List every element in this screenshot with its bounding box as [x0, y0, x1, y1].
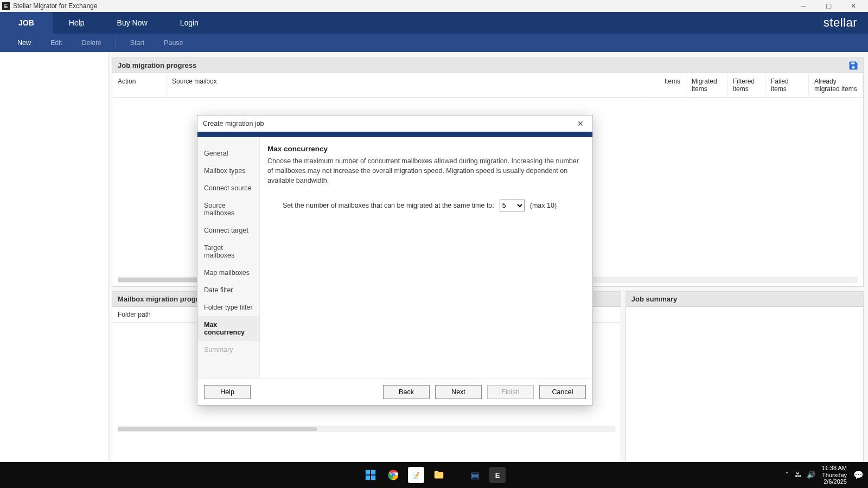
ribbon-delete: Delete	[72, 34, 111, 52]
modal-overlay: Create migration job ✕ General Mailbox t…	[0, 52, 868, 473]
nav-mailbox-types[interactable]: Mailbox types	[197, 162, 259, 179]
cancel-button[interactable]: Cancel	[539, 385, 586, 399]
ribbon-toolbar: New Edit Delete Start Pause	[0, 34, 868, 52]
nav-map-mailboxes[interactable]: Map mailboxes	[197, 264, 259, 281]
concurrency-label: Set the number of mailboxes that can be …	[283, 202, 494, 209]
dialog-footer: Help Back Next Finish Cancel	[197, 378, 592, 405]
maximize-button[interactable]: ▢	[816, 0, 841, 12]
app-icon: E	[2, 2, 10, 10]
dialog-titlebar: Create migration job ✕	[197, 115, 592, 132]
clock-day: Thursday	[822, 472, 847, 479]
svg-rect-0	[366, 470, 370, 474]
svg-rect-2	[366, 476, 370, 480]
chrome-icon[interactable]	[385, 467, 401, 483]
nav-connect-target[interactable]: Connect target	[197, 222, 259, 239]
clock-date: 2/6/2025	[822, 478, 847, 485]
concurrency-max-note: (max 10)	[530, 202, 557, 209]
nav-target-mailboxes[interactable]: Target mailboxes	[197, 239, 259, 264]
back-button[interactable]: Back	[383, 385, 430, 399]
taskbar: 📝 ▤ E ˄ 🖧 🔊 11:38 AM Thursday 2/6/2025 💬	[0, 462, 868, 488]
ribbon-pause: Pause	[154, 34, 193, 52]
tab-buy-now[interactable]: Buy Now	[101, 12, 164, 34]
nav-connect-source[interactable]: Connect source	[197, 179, 259, 197]
menubar: JOB Help Buy Now Login stellar	[0, 12, 868, 34]
notifications-icon[interactable]: 💬	[853, 470, 864, 480]
create-migration-job-dialog: Create migration job ✕ General Mailbox t…	[197, 115, 593, 406]
nav-folder-type-filter[interactable]: Folder type filter	[197, 299, 259, 316]
tab-job[interactable]: JOB	[0, 12, 53, 34]
dialog-content: Max concurrency Choose the maximum numbe…	[260, 137, 592, 378]
ribbon-edit: Edit	[41, 34, 72, 52]
dialog-title: Create migration job	[203, 120, 264, 127]
minimize-button[interactable]: ─	[791, 0, 816, 12]
nav-summary: Summary	[197, 341, 259, 358]
brand-logo: stellar	[824, 12, 868, 34]
dialog-strip	[197, 132, 592, 137]
notepad-icon[interactable]: 📝	[408, 467, 424, 483]
titlebar: E Stellar Migrator for Exchange ─ ▢ ✕	[0, 0, 868, 12]
dialog-close-button[interactable]: ✕	[574, 119, 587, 128]
ribbon-start: Start	[120, 34, 154, 52]
svg-rect-1	[371, 470, 375, 474]
clock-time: 11:38 AM	[822, 465, 847, 472]
content-description: Choose the maximum number of concurrent …	[267, 156, 585, 185]
tray-volume-icon[interactable]: 🔊	[807, 471, 815, 479]
concurrency-select[interactable]: 5	[500, 200, 525, 211]
text-app-icon[interactable]: ▤	[467, 467, 483, 483]
explorer-icon[interactable]	[431, 467, 447, 483]
window-title: Stellar Migrator for Exchange	[13, 2, 791, 10]
ribbon-new[interactable]: New	[8, 34, 41, 52]
nav-general[interactable]: General	[197, 145, 259, 162]
finish-button: Finish	[487, 385, 534, 399]
start-icon[interactable]	[362, 467, 379, 483]
help-button[interactable]: Help	[204, 385, 251, 399]
nav-source-mailboxes[interactable]: Source mailboxes	[197, 197, 259, 222]
taskbar-right: ˄ 🖧 🔊 11:38 AM Thursday 2/6/2025 💬	[785, 465, 864, 485]
tray-chevron-icon[interactable]: ˄	[785, 471, 789, 479]
next-button[interactable]: Next	[435, 385, 482, 399]
content-heading: Max concurrency	[267, 145, 585, 153]
dialog-nav: General Mailbox types Connect source Sou…	[197, 137, 260, 378]
concurrency-setting-row: Set the number of mailboxes that can be …	[267, 200, 585, 211]
taskbar-center: 📝 ▤ E	[362, 467, 506, 483]
tab-login[interactable]: Login	[164, 12, 215, 34]
nav-max-concurrency[interactable]: Max concurrency	[197, 316, 259, 341]
close-window-button[interactable]: ✕	[841, 0, 866, 12]
ribbon-divider	[116, 37, 116, 49]
window-controls: ─ ▢ ✕	[791, 0, 866, 12]
tray-network-icon[interactable]: 🖧	[794, 471, 801, 479]
svg-rect-3	[371, 476, 375, 480]
taskbar-clock[interactable]: 11:38 AM Thursday 2/6/2025	[822, 465, 847, 485]
tab-help[interactable]: Help	[53, 12, 101, 34]
stellar-taskbar-icon[interactable]: E	[489, 467, 506, 483]
nav-date-filter[interactable]: Date filter	[197, 281, 259, 299]
